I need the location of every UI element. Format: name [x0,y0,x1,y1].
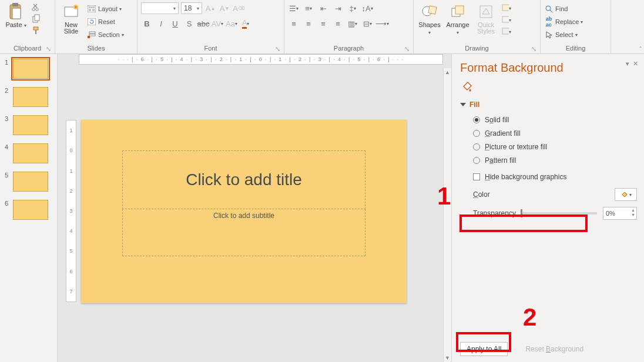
increase-font-icon[interactable]: A▲ [204,2,216,14]
align-right-icon[interactable]: ≡ [317,18,329,29]
format-painter-icon[interactable] [32,26,41,35]
new-slide-label: New Slide [64,22,78,35]
bullets-icon[interactable]: ☰▾ [288,2,300,14]
scroll-up-icon[interactable]: ▲ [445,69,450,75]
slide-thumbnail-6[interactable] [13,200,48,220]
pane-title: Format Background [460,61,637,75]
section-button[interactable]: Section ▾ [87,29,124,40]
callout-box-2 [456,332,511,352]
shape-fill-icon[interactable]: ▾ [502,4,511,13]
italic-button[interactable]: I [155,18,167,29]
pattern-fill-option[interactable]: Pattern fill [473,155,637,166]
shape-outline-icon[interactable]: ▾ [502,15,511,25]
decrease-font-icon[interactable]: A▼ [219,2,230,14]
radio-icon [473,116,480,123]
transparency-spinner[interactable]: 0% ▲▼ [603,207,637,220]
callout-number-1: 1 [437,182,451,210]
svg-rect-2 [12,8,21,19]
fill-section-header[interactable]: Fill [460,100,637,109]
slide-canvas[interactable]: Click to add title Click to add subtitle [81,120,407,303]
arrange-button[interactable]: Arrange ▾ [445,2,470,36]
bold-button[interactable]: B [141,18,153,29]
reset-background-button[interactable]: Reset Background [519,343,589,356]
svg-rect-6 [35,15,39,21]
drawing-launcher-icon[interactable]: ⤡ [529,45,536,52]
shape-effects-icon[interactable]: ▾ [502,27,511,36]
picture-fill-option[interactable]: Picture or texture fill [473,142,637,152]
reset-button[interactable]: Reset [87,16,124,27]
underline-button[interactable]: U [169,18,181,29]
select-button[interactable]: Select ▾ [544,29,583,40]
svg-rect-18 [88,36,90,38]
line-spacing-icon[interactable]: ‡▾ [347,2,358,14]
decrease-indent-icon[interactable]: ⇤ [317,2,329,14]
font-size-combo[interactable]: 18▾ [181,2,202,14]
arrange-icon [448,2,467,21]
callout-box-1 [459,214,588,232]
text-direction-icon[interactable]: ↕A▾ [361,2,373,14]
cut-icon[interactable] [32,2,41,12]
align-left-icon[interactable]: ≡ [288,18,300,29]
slide-stage: · · · | · 6 · | · 5 · | · 4 · | · 3 · | … [58,54,451,362]
expand-icon [460,103,466,106]
svg-rect-13 [89,9,91,11]
svg-rect-25 [502,16,509,22]
font-color-button[interactable]: A▾ [240,18,251,29]
slide-thumbnail-4[interactable] [13,143,48,163]
svg-point-27 [546,6,551,11]
shadow-button[interactable]: S [183,18,195,29]
clear-format-icon[interactable]: A⌫ [233,2,244,14]
align-center-icon[interactable]: ≡ [303,18,314,29]
thumb-num: 6 [5,200,11,207]
group-clipboard: Paste ▾ Clipboard⤡ [0,0,55,53]
smartart-icon[interactable]: ⟶▾ [376,18,388,29]
hide-bg-graphics-option[interactable]: Hide background graphics [473,172,637,182]
svg-point-4 [36,8,39,11]
fill-category-icon[interactable] [460,81,473,93]
shapes-button[interactable]: Shapes ▾ [417,2,442,36]
clipboard-launcher-icon[interactable]: ⤡ [44,45,51,52]
replace-button[interactable]: abacReplace ▾ [544,16,583,27]
numbering-icon[interactable]: ≡▾ [303,2,314,14]
paste-button[interactable]: Paste ▾ [4,2,28,29]
solid-fill-option[interactable]: Solid fill [473,115,637,125]
subtitle-placeholder[interactable]: Click to add subtitle [122,209,365,256]
thumb-num: 2 [5,87,11,94]
new-slide-button[interactable]: New Slide [59,2,83,35]
group-label-clipboard: Clipboard [14,45,41,52]
increase-indent-icon[interactable]: ⇥ [332,2,344,14]
color-row: Color ▾ [473,188,637,201]
svg-rect-15 [88,18,96,25]
font-launcher-icon[interactable]: ⤡ [273,45,280,52]
quick-styles-button[interactable]: Quick Styles [474,2,498,35]
font-name-combo[interactable]: ▾ [141,2,179,14]
group-paragraph: ☰▾ ≡▾ ⇤ ⇥ ‡▾ ↕A▾ ≡ ≡ ≡ ≡ ▥▾ ⊟▾ ⟶▾ Paragr… [284,0,414,53]
gradient-fill-option[interactable]: Gradient fill [473,128,637,139]
copy-icon[interactable] [32,14,41,24]
slide-thumbnail-2[interactable] [13,87,48,107]
change-case-button[interactable]: Aa▾ [226,18,237,29]
pane-close-icon[interactable]: ✕ [633,60,638,68]
find-button[interactable]: Find [544,4,583,14]
slide-thumbnail-1[interactable] [13,59,48,79]
strike-button[interactable]: abc [197,18,209,29]
char-spacing-button[interactable]: AV▾ [212,18,223,29]
slide-thumbnail-3[interactable] [13,115,48,135]
justify-icon[interactable]: ≡ [332,18,344,29]
svg-rect-20 [428,6,437,14]
scroll-down-icon[interactable]: ▼ [445,355,450,361]
paste-icon [6,2,25,21]
paragraph-launcher-icon[interactable]: ⤡ [402,45,410,52]
color-picker-button[interactable]: ▾ [615,188,637,201]
columns-icon[interactable]: ▥▾ [347,18,358,29]
vertical-scrollbar[interactable]: ▲▼ [443,68,451,362]
slide-thumbnail-5[interactable] [13,172,48,192]
pane-options-icon[interactable]: ▾ [626,60,629,68]
workspace: 1 2 3 4 5 6 · · · | · 6 · | · 5 · | · 4 … [0,54,644,362]
layout-button[interactable]: Layout ▾ [87,4,124,14]
title-placeholder[interactable]: Click to add title [122,150,365,209]
align-text-icon[interactable]: ⊟▾ [361,18,373,29]
radio-icon [473,130,480,137]
group-label-font: Font [204,45,217,52]
checkbox-icon [473,173,480,180]
